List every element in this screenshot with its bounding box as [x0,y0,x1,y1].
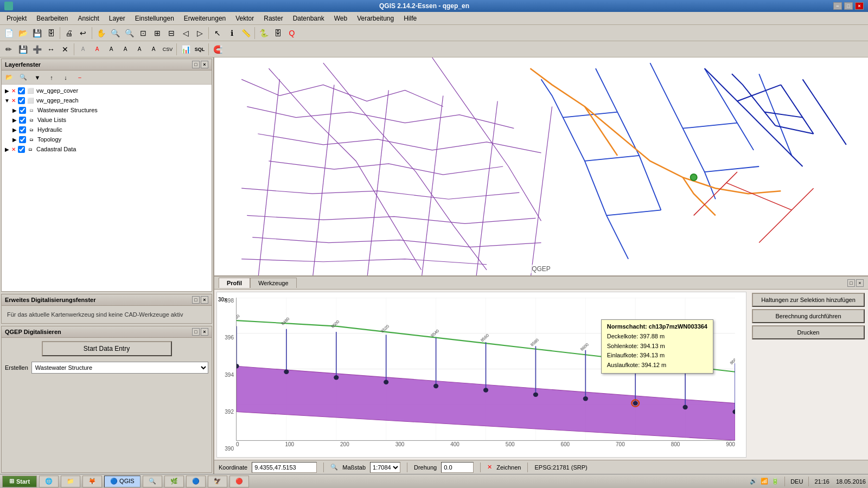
edit-button[interactable]: ✏ [2,43,15,56]
measure-button[interactable]: 📏 [239,27,252,40]
label-btn-1[interactable]: A [76,43,90,56]
move-feature-button[interactable]: ↔ [44,43,58,56]
zoom-prev-button[interactable]: ◁ [179,27,192,40]
expand-icon-valuelists[interactable]: ▶ [11,117,18,123]
layer-remove-btn[interactable]: − [73,71,86,84]
digitize-panel-expand[interactable]: □ [192,296,200,304]
db-manager-button[interactable]: 🗄 [271,27,284,40]
koordinate-input[interactable] [252,462,317,473]
label-btn-3[interactable]: A [105,43,118,56]
csv-btn[interactable]: CSV [161,43,174,56]
identify-button[interactable]: ℹ [225,27,238,40]
qgep-panel-expand[interactable]: □ [192,328,200,336]
zoom-out-button[interactable]: 🔍 [123,27,136,40]
expand-icon-cover[interactable]: ▶ [4,87,10,94]
save-project-button[interactable]: 💾 [30,27,43,40]
tab-profil[interactable]: Profil [219,278,250,288]
taskbar-chrome[interactable]: 🔵 QGIS [104,476,141,487]
zoom-layer-button[interactable]: ⊞ [151,27,164,40]
layer-row-wastewater[interactable]: ▶ 🗂 Wastewater Structures [10,105,210,115]
checkbox-valuelists[interactable] [19,117,26,124]
layer-filter2-btn[interactable]: ▼ [31,71,44,84]
label-btn-6[interactable]: A [147,43,160,56]
taskbar-app3[interactable]: 🦅 [208,476,227,487]
layer-filter-btn[interactable]: 🔍 [17,71,30,84]
erstellen-select[interactable]: Wastewater Structure Manhole Special Str… [31,362,208,374]
menu-projekt[interactable]: Projekt [2,14,31,23]
menu-verarbeitung[interactable]: Verarbeitung [353,14,398,23]
start-button[interactable]: ⊞ Start [2,476,37,487]
digitize-panel-close[interactable]: × [201,296,208,304]
save-edit-button[interactable]: 💾 [16,43,29,56]
menu-bearbeiten[interactable]: Bearbeiten [32,14,72,23]
menu-layer[interactable]: Layer [105,14,130,23]
layer-add-btn[interactable]: 📂 [3,71,16,84]
save-as-button[interactable]: 🗄 [44,27,58,40]
label-btn-4[interactable]: A [119,43,132,56]
layer-row-reach[interactable]: ▼ ✕ ⬜ vw_qgep_reach [3,95,210,105]
menu-web[interactable]: Web [330,14,352,23]
profile-close[interactable]: × [856,279,864,287]
label-btn-5[interactable]: A [133,43,146,56]
taskbar-explorer[interactable]: 📁 [61,476,80,487]
new-project-button[interactable]: 📄 [2,27,15,40]
taskbar-search[interactable]: 🔍 [143,476,162,487]
zoom-next-button[interactable]: ▷ [193,27,206,40]
close-button[interactable]: × [855,2,864,10]
checkbox-wastewater[interactable] [19,107,26,114]
expand-icon-reach[interactable]: ▼ [4,97,10,104]
layer-row-hydraulic[interactable]: ▶ 🗂 Hydraulic [10,125,210,134]
expand-icon-topology[interactable]: ▶ [11,136,18,143]
layer-up-btn[interactable]: ↑ [45,71,58,84]
expand-icon-wastewater[interactable]: ▶ [11,107,18,113]
menu-einstellungen[interactable]: Einstellungen [131,14,178,23]
layer-row-topology[interactable]: ▶ 🗂 Topology [10,134,210,144]
qgep-button[interactable]: Q [285,27,298,40]
calculate-button[interactable]: Berechnung durchführen [752,309,865,323]
zoom-selection-button[interactable]: ⊟ [165,27,178,40]
menu-raster[interactable]: Raster [259,14,287,23]
chart-btn[interactable]: 📊 [179,43,192,56]
layer-panel-close[interactable]: × [201,61,208,68]
checkbox-topology[interactable] [19,136,26,143]
undo-button[interactable]: ↩ [76,27,90,40]
checkbox-reach[interactable] [18,97,25,104]
checkbox-cadastral[interactable] [18,146,25,153]
checkbox-cover[interactable] [18,87,25,94]
drehung-input[interactable] [441,462,474,473]
zoom-in-button[interactable]: 🔍 [108,27,122,40]
taskbar-firefox[interactable]: 🦊 [82,476,102,487]
tab-werkzeuge[interactable]: Werkzeuge [250,278,296,288]
pan-button[interactable]: ✋ [94,27,107,40]
add-to-selection-button[interactable]: Haltungen zur Selektion hinzufügen [752,293,865,307]
layer-row-valuelists[interactable]: ▶ 🗂 Value Lists [10,115,210,125]
profile-chart[interactable]: 30x 398 396 394 392 390 [216,292,746,458]
layer-row-cadastral[interactable]: ▶ ✕ 🗂 Cadastral Data [3,144,210,154]
taskbar-app1[interactable]: 🌿 [164,476,184,487]
layer-row-cover[interactable]: ▶ ✕ ⬜ vw_qgep_cover [3,86,210,95]
python-button[interactable]: 🐍 [257,27,270,40]
layer-panel-expand[interactable]: □ [192,61,200,68]
start-data-entry-button[interactable]: Start Data Entry [42,341,172,356]
minimize-button[interactable]: − [833,2,842,10]
expand-icon-hydraulic[interactable]: ▶ [11,126,18,133]
expand-icon-cadastral[interactable]: ▶ [4,146,10,152]
open-project-button[interactable]: 📂 [16,27,29,40]
menu-hilfe[interactable]: Hilfe [399,14,421,23]
taskbar-ie[interactable]: 🌐 [39,476,59,487]
map-canvas[interactable]: QGEP [214,57,868,275]
layer-down-btn[interactable]: ↓ [59,71,72,84]
menu-ansicht[interactable]: Ansicht [73,14,103,23]
delete-feature-button[interactable]: ✕ [59,43,72,56]
menu-datenbank[interactable]: Datenbank [289,14,329,23]
snap-btn[interactable]: 🧲 [211,43,224,56]
massstab-select[interactable]: 1:7084 [370,462,400,473]
add-feature-button[interactable]: ➕ [30,43,43,56]
profile-expand[interactable]: □ [847,279,855,287]
checkbox-hydraulic[interactable] [19,126,26,133]
maximize-button[interactable]: □ [844,2,853,10]
menu-erweiterungen[interactable]: Erweiterungen [180,14,230,23]
print-button[interactable]: Drucken [752,325,865,339]
select-button[interactable]: ↖ [211,27,224,40]
label-btn-2[interactable]: A [91,43,104,56]
